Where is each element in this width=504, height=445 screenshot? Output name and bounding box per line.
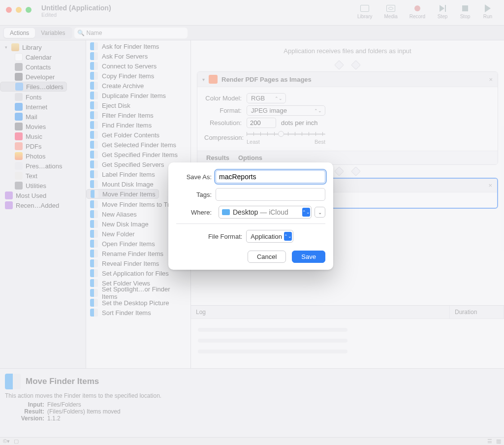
category-recently-added[interactable]: Recen…Added: [0, 200, 86, 210]
action-list-item[interactable]: Set Spotlight…or Finder Items: [86, 288, 190, 298]
category-files-folders[interactable]: Files…olders: [0, 82, 67, 92]
window-title: Untitled (Application): [41, 4, 111, 12]
record-toolbar-button[interactable]: Record: [410, 4, 425, 19]
action-list-label: Set the Desktop Picture: [102, 299, 169, 307]
compression-slider[interactable]: [247, 130, 491, 138]
action-list-label: Label Finder Items: [102, 171, 155, 178]
action-list-item[interactable]: Ask For Servers: [86, 51, 190, 61]
action-list-item[interactable]: Ask for Finder Items: [86, 41, 190, 51]
category-pdfs[interactable]: PDFs: [0, 141, 86, 151]
category-photos[interactable]: Photos: [0, 151, 86, 161]
category-developer[interactable]: Developer: [0, 72, 86, 82]
pdf-icon: [15, 142, 23, 150]
flow-connector-icon: [334, 166, 344, 176]
search-icon: 🔍: [77, 30, 85, 36]
finder-icon: [90, 42, 98, 50]
close-icon[interactable]: ×: [489, 76, 493, 83]
music-icon: [15, 132, 23, 140]
statusbar: ©▾ ▢ ☰ ▥: [0, 437, 504, 445]
action-list-item[interactable]: Set Application for Files: [86, 268, 190, 278]
flow-connector-icon: [351, 166, 361, 176]
save-button[interactable]: Save: [292, 251, 325, 263]
text-icon: [15, 172, 23, 180]
step-toolbar-button[interactable]: Step: [437, 4, 448, 19]
log-row-stub: [198, 328, 347, 332]
category-presentations[interactable]: Pres…ations: [0, 161, 86, 171]
search-field[interactable]: 🔍: [74, 28, 188, 38]
close-icon[interactable]: ×: [488, 182, 492, 189]
slider-thumb-icon[interactable]: [278, 131, 284, 137]
category-calendar[interactable]: Calendar: [0, 52, 86, 62]
action-list-label: New Folder: [102, 230, 134, 238]
finder-icon: [90, 200, 98, 208]
actions-tab[interactable]: Actions: [4, 28, 35, 38]
finder-icon: [90, 170, 98, 178]
save-as-input[interactable]: [216, 170, 325, 183]
log-view-icon[interactable]: ▥: [496, 438, 501, 445]
action-list-item[interactable]: Get Selected Finder Items: [86, 140, 190, 150]
file-format-label: File Format:: [208, 233, 242, 240]
action-list-label: Set Application for Files: [102, 270, 169, 277]
cancel-button[interactable]: Cancel: [248, 251, 286, 263]
library-root[interactable]: ▾ Library: [0, 42, 86, 52]
category-fonts[interactable]: Fonts: [0, 92, 86, 102]
utilities-icon: [15, 182, 23, 190]
action-list-label: Create Archive: [102, 82, 144, 90]
action-list-item[interactable]: Sort Finder Items: [86, 308, 190, 318]
action-list-item[interactable]: Move Finder Items: [86, 189, 159, 199]
tags-input[interactable]: [216, 188, 325, 201]
zoom-window-button[interactable]: [26, 7, 32, 13]
action-list-item[interactable]: Create Archive: [86, 81, 190, 91]
category-mail[interactable]: Mail: [0, 112, 86, 122]
search-input[interactable]: [87, 30, 188, 36]
expand-browser-button[interactable]: ⌄: [315, 207, 325, 218]
minimize-window-button[interactable]: [16, 7, 22, 13]
action-list-item[interactable]: Get Specified Finder Items: [86, 150, 190, 159]
category-internet[interactable]: Internet: [0, 102, 86, 112]
library-icon: [11, 43, 19, 51]
category-utilities[interactable]: Utilities: [0, 181, 86, 191]
finder-icon: [90, 52, 98, 60]
contacts-icon: [15, 63, 23, 71]
where-select[interactable]: Desktop — iCloud ⌃⌄: [219, 206, 312, 219]
folder-icon: [15, 83, 23, 91]
stop-toolbar-button[interactable]: Stop: [460, 4, 471, 19]
variables-tab[interactable]: Variables: [35, 28, 71, 38]
action-list-item[interactable]: Copy Finder Items: [86, 71, 190, 81]
finder-icon: [90, 82, 98, 90]
close-window-button[interactable]: [6, 7, 12, 13]
action-list-label: Copy Finder Items: [102, 72, 154, 80]
category-text[interactable]: Text: [0, 171, 86, 181]
category-most-used[interactable]: Most Used: [0, 191, 86, 200]
finder-icon: [90, 269, 98, 277]
action-list-label: New Aliases: [102, 211, 137, 218]
media-toolbar-button[interactable]: Media: [384, 4, 398, 19]
toolbar: Library Media Record Step Stop Run: [357, 4, 493, 19]
options-tab[interactable]: Options: [238, 154, 262, 161]
results-tab[interactable]: Results: [206, 154, 229, 161]
action-list-item[interactable]: Filter Finder Items: [86, 110, 190, 120]
color-model-select[interactable]: RGB⌃⌄: [247, 93, 286, 103]
photos-icon: [15, 152, 23, 160]
category-movies[interactable]: Movies: [0, 122, 86, 131]
action-list-label: Filter Finder Items: [102, 112, 154, 119]
resolution-input[interactable]: [247, 118, 276, 128]
statusbar-icon[interactable]: ▢: [14, 438, 19, 445]
file-format-select[interactable]: Application ⌃⌄: [246, 230, 293, 243]
action-list-label: Eject Disk: [102, 102, 130, 109]
finder-icon: [90, 101, 98, 109]
list-view-icon[interactable]: ☰: [487, 438, 492, 445]
chevron-down-icon[interactable]: ▾: [202, 77, 205, 82]
format-select[interactable]: JPEG image⌃⌄: [247, 105, 325, 116]
action-list-item[interactable]: Get Folder Contents: [86, 130, 190, 140]
library-toolbar-button[interactable]: Library: [357, 4, 373, 19]
run-toolbar-button[interactable]: Run: [482, 4, 493, 19]
action-list-item[interactable]: Find Finder Items: [86, 120, 190, 130]
action-list-item[interactable]: Eject Disk: [86, 100, 190, 110]
category-music[interactable]: Music: [0, 131, 86, 141]
copyright-icon[interactable]: ©▾: [3, 438, 10, 445]
category-contacts[interactable]: Contacts: [0, 62, 86, 72]
action-list-item[interactable]: Duplicate Finder Items: [86, 91, 190, 100]
action-list-item[interactable]: Connect to Servers: [86, 61, 190, 71]
action-render-pdf[interactable]: ▾ Render PDF Pages as Images × Color Mod…: [197, 71, 498, 165]
